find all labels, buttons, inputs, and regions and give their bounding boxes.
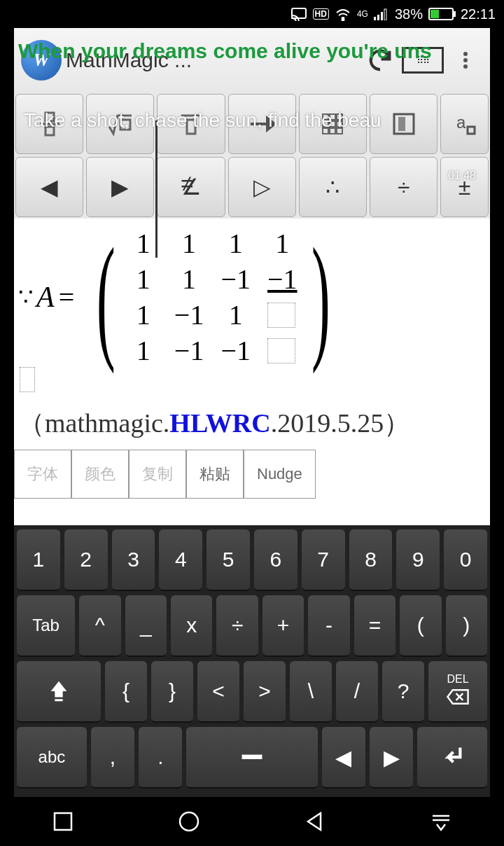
key-3[interactable]: 3: [112, 529, 155, 591]
tab-color[interactable]: 颜色: [71, 450, 129, 499]
key-gt[interactable]: >: [244, 661, 286, 723]
tool-arrow[interactable]: [228, 94, 296, 154]
network-label: 4G: [357, 9, 368, 19]
tool-neq-angle[interactable]: ∠≠: [157, 157, 225, 217]
battery-icon: [428, 8, 454, 20]
tool-matrix[interactable]: [299, 94, 367, 154]
tool-root[interactable]: [86, 94, 154, 154]
key-abc[interactable]: abc: [17, 727, 87, 789]
nav-menu-icon[interactable]: [428, 809, 454, 834]
svg-rect-25: [468, 127, 475, 134]
svg-point-27: [180, 812, 198, 831]
key-enter[interactable]: [417, 727, 487, 789]
svg-rect-15: [337, 114, 342, 120]
keyboard-icon[interactable]: ⠿⠿: [402, 47, 444, 74]
key-comma[interactable]: ,: [91, 727, 134, 789]
key-7[interactable]: 7: [302, 529, 345, 591]
tool-play[interactable]: ▷: [228, 157, 296, 217]
svg-rect-8: [46, 127, 54, 135]
key-plus[interactable]: +: [262, 595, 304, 657]
key-space[interactable]: [186, 727, 317, 789]
placeholder-icon[interactable]: [267, 303, 295, 328]
android-navbar: [0, 797, 504, 846]
svg-rect-9: [120, 120, 130, 130]
tool-sub[interactable]: a: [440, 94, 489, 154]
key-right[interactable]: ▶: [370, 727, 413, 789]
key-underscore[interactable]: _: [125, 595, 167, 657]
menu-icon[interactable]: [448, 43, 483, 78]
key-9[interactable]: 9: [396, 529, 440, 591]
nav-back-icon[interactable]: [302, 809, 328, 834]
svg-rect-5: [384, 9, 386, 20]
key-delete[interactable]: DEL: [428, 661, 487, 723]
keyboard: 1 2 3 4 5 6 7 8 9 0 Tab ^ _ x ÷ + - = (: [14, 525, 490, 797]
tab-nudge[interactable]: Nudge: [244, 450, 316, 499]
tool-prev[interactable]: ◀: [15, 157, 83, 217]
key-rparen[interactable]: ): [446, 595, 487, 657]
tab-font[interactable]: 字体: [14, 450, 71, 499]
key-question[interactable]: ?: [382, 661, 424, 723]
key-left[interactable]: ◀: [322, 727, 365, 789]
svg-rect-4: [381, 12, 383, 20]
tab-copy[interactable]: 复制: [129, 450, 186, 499]
key-5[interactable]: 5: [206, 529, 250, 591]
key-equals[interactable]: =: [354, 595, 396, 657]
doc-footer-line: （mathmagic.HLWRC.2019.5.25）: [18, 405, 486, 441]
key-tab[interactable]: Tab: [17, 595, 75, 657]
svg-rect-20: [330, 128, 335, 134]
key-lt[interactable]: <: [197, 661, 239, 723]
tool-plusminus[interactable]: ±: [440, 157, 489, 217]
document-area[interactable]: ∵ A = ( 1111 11−1−1 1−11 1−1−1 ) （mathma…: [14, 219, 490, 450]
svg-rect-21: [337, 128, 342, 134]
key-slash[interactable]: /: [336, 661, 378, 723]
key-6[interactable]: 6: [254, 529, 298, 591]
tool-box[interactable]: [370, 94, 438, 154]
svg-point-1: [342, 19, 344, 21]
svg-rect-3: [377, 15, 379, 20]
key-lbrace[interactable]: {: [105, 661, 147, 723]
key-2[interactable]: 2: [64, 529, 108, 591]
key-4[interactable]: 4: [159, 529, 202, 591]
hd-badge: HD: [313, 8, 329, 20]
key-period[interactable]: .: [139, 727, 182, 789]
cast-icon: [290, 7, 307, 21]
placeholder-icon[interactable]: [267, 338, 295, 363]
key-caret[interactable]: ^: [79, 595, 120, 657]
tool-overbar[interactable]: [157, 94, 225, 154]
key-minus[interactable]: -: [308, 595, 349, 657]
titlebar: W MathMagic ... ⠿⠿: [14, 28, 490, 92]
svg-rect-0: [292, 8, 306, 18]
key-rbrace[interactable]: }: [151, 661, 193, 723]
nav-recent-icon[interactable]: [50, 809, 76, 834]
tool-next[interactable]: ▶: [86, 157, 154, 217]
battery-pct: 38%: [395, 6, 423, 22]
variable-A: A: [36, 280, 55, 314]
key-divide[interactable]: ÷: [216, 595, 258, 657]
tool-divide[interactable]: ÷: [370, 157, 438, 217]
key-8[interactable]: 8: [349, 529, 393, 591]
placeholder-icon[interactable]: [20, 367, 35, 392]
key-lparen[interactable]: (: [400, 595, 441, 657]
wifi-icon: [335, 7, 351, 21]
tab-paste[interactable]: 粘贴: [186, 450, 244, 499]
tool-fraction[interactable]: [15, 94, 83, 154]
key-1[interactable]: 1: [17, 529, 60, 591]
key-x[interactable]: x: [171, 595, 212, 657]
tool-therefore[interactable]: ∴: [299, 157, 367, 217]
status-bar: HD 4G 38% 22:11: [0, 0, 504, 28]
undo-icon[interactable]: [363, 43, 398, 78]
matrix-body: 1111 11−1−1 1−11 1−1−1: [130, 227, 298, 367]
because-symbol: ∵: [18, 283, 34, 311]
key-0[interactable]: 0: [444, 529, 487, 591]
svg-rect-16: [323, 121, 328, 127]
key-shift[interactable]: [17, 661, 101, 723]
svg-rect-18: [337, 121, 342, 127]
svg-rect-23: [398, 117, 405, 131]
svg-rect-6: [46, 113, 54, 121]
signal-icon: [374, 8, 389, 20]
app-icon: W: [21, 40, 62, 81]
format-tabs: 字体 颜色 复制 粘贴 Nudge: [14, 450, 490, 499]
svg-rect-26: [55, 813, 71, 830]
key-backslash[interactable]: \: [290, 661, 332, 723]
nav-home-icon[interactable]: [176, 809, 202, 834]
